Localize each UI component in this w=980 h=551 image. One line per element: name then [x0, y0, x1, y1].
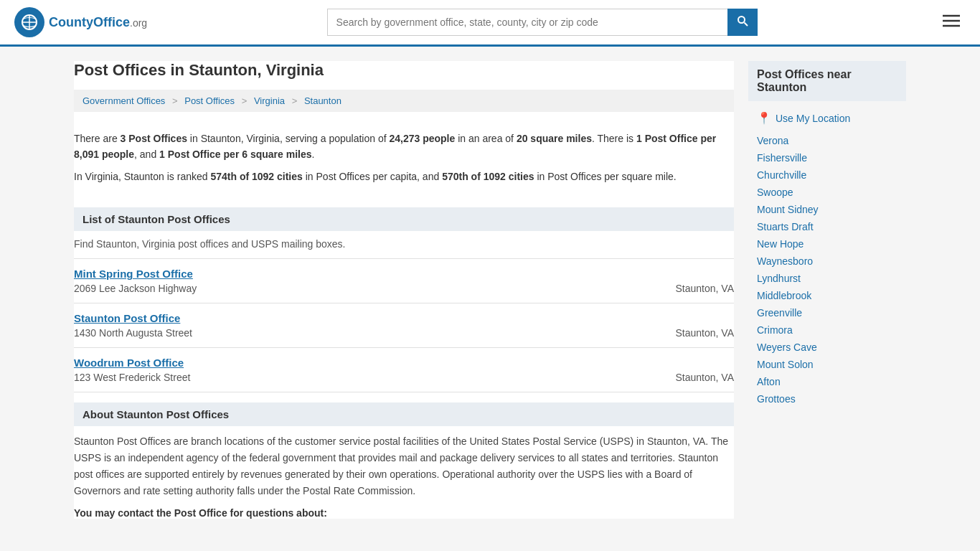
po-address: 2069 Lee Jackson Highway: [74, 283, 197, 294]
list-item: Mint Spring Post Office 2069 Lee Jackson…: [74, 258, 734, 303]
list-item: Crimora: [757, 321, 897, 339]
about-section: About Staunton Post Offices Staunton Pos…: [74, 402, 734, 518]
about-section-header: About Staunton Post Offices: [74, 402, 734, 426]
po-address-row: 123 West Frederick Street Staunton, VA: [74, 372, 734, 383]
sidebar-link-mount-sidney[interactable]: Mount Sidney: [757, 204, 819, 215]
po-name: Staunton Post Office: [74, 312, 734, 324]
main-container: Post Offices in Staunton, Virginia Gover…: [60, 47, 920, 533]
po-address-row: 2069 Lee Jackson Highway Staunton, VA: [74, 283, 734, 294]
breadcrumb-link-va[interactable]: Virginia: [254, 95, 285, 106]
sidebar-link-afton[interactable]: Afton: [757, 376, 781, 387]
list-item: Staunton Post Office 1430 North Augusta …: [74, 303, 734, 347]
search-button[interactable]: [727, 9, 758, 36]
page-title: Post Offices in Staunton, Virginia: [74, 61, 734, 80]
sidebar-link-weyers-cave[interactable]: Weyers Cave: [757, 342, 817, 353]
po-address: 123 West Frederick Street: [74, 372, 190, 383]
breadcrumb-sep-2: >: [242, 95, 248, 106]
list-item: Mount Solon: [757, 356, 897, 373]
header-right: [937, 10, 966, 34]
list-item: Stuarts Draft: [757, 218, 897, 235]
list-item: Lyndhurst: [757, 270, 897, 287]
sidebar-link-waynesboro[interactable]: Waynesboro: [757, 255, 813, 267]
po-address-row: 1430 North Augusta Street Staunton, VA: [74, 327, 734, 339]
sidebar-link-new-hope[interactable]: New Hope: [757, 238, 804, 250]
po-city: Staunton, VA: [676, 372, 734, 383]
po-link[interactable]: Woodrum Post Office: [74, 357, 184, 369]
list-section-description: Find Staunton, Virginia post offices and…: [74, 238, 734, 250]
menu-button[interactable]: [937, 10, 966, 34]
po-name: Mint Spring Post Office: [74, 268, 734, 280]
list-item: New Hope: [757, 235, 897, 253]
sidebar-link-middlebrook[interactable]: Middlebrook: [757, 290, 811, 301]
use-location-label: Use My Location: [776, 113, 850, 124]
list-item: Woodrum Post Office 123 West Frederick S…: [74, 347, 734, 392]
sidebar-link-grottoes[interactable]: Grottoes: [757, 393, 796, 405]
logo-area: CountyOffice.org: [14, 7, 147, 37]
list-item: Greenville: [757, 304, 897, 321]
search-input[interactable]: [327, 9, 727, 36]
logo-text: CountyOffice.org: [49, 15, 147, 30]
breadcrumb-link-po[interactable]: Post Offices: [184, 95, 235, 106]
list-item: Mount Sidney: [757, 201, 897, 218]
po-link[interactable]: Staunton Post Office: [74, 312, 180, 324]
sidebar-link-greenville[interactable]: Greenville: [757, 307, 802, 319]
list-item: Fishersville: [757, 149, 897, 166]
po-city: Staunton, VA: [676, 327, 734, 339]
use-my-location-button[interactable]: 📍 Use My Location: [748, 107, 906, 132]
about-text: Staunton Post Offices are branch locatio…: [74, 433, 734, 499]
sidebar-link-swoope[interactable]: Swoope: [757, 187, 793, 198]
list-item: Churchville: [757, 166, 897, 184]
list-item: Swoope: [757, 184, 897, 201]
svg-point-4: [738, 17, 745, 23]
location-pin-icon: 📍: [757, 111, 771, 125]
content: Post Offices in Staunton, Virginia Gover…: [74, 61, 734, 519]
svg-line-5: [744, 23, 748, 27]
breadcrumb-link-staunton[interactable]: Staunton: [304, 95, 341, 106]
logo-icon: [14, 7, 44, 37]
breadcrumb-sep-3: >: [292, 95, 298, 106]
breadcrumb-sep-1: >: [172, 95, 178, 106]
sidebar-link-stuarts-draft[interactable]: Stuarts Draft: [757, 221, 814, 232]
po-address: 1430 North Augusta Street: [74, 327, 192, 339]
list-item: Weyers Cave: [757, 339, 897, 356]
info-section: There are 3 Post Offices in Staunton, Vi…: [74, 123, 734, 197]
sidebar-link-churchville[interactable]: Churchville: [757, 169, 806, 181]
info-paragraph-2: In Virginia, Staunton is ranked 574th of…: [74, 169, 734, 184]
sidebar-link-verona[interactable]: Verona: [757, 135, 788, 146]
sidebar-link-crimora[interactable]: Crimora: [757, 324, 793, 336]
sidebar-link-lyndhurst[interactable]: Lyndhurst: [757, 273, 801, 284]
header: CountyOffice.org: [0, 0, 980, 47]
sidebar: Post Offices near Staunton 📍 Use My Loca…: [748, 61, 906, 519]
list-item: Afton: [757, 373, 897, 390]
sidebar-link-mount-solon[interactable]: Mount Solon: [757, 359, 814, 370]
list-item: Grottoes: [757, 390, 897, 408]
po-city: Staunton, VA: [676, 283, 734, 294]
search-area: [327, 9, 758, 36]
list-item: Middlebrook: [757, 287, 897, 304]
sidebar-title: Post Offices near Staunton: [748, 61, 906, 101]
list-section-header: List of Staunton Post Offices: [74, 207, 734, 231]
breadcrumb: Government Offices > Post Offices > Virg…: [74, 90, 734, 112]
breadcrumb-link-gov[interactable]: Government Offices: [83, 95, 165, 106]
list-item: Verona: [757, 132, 897, 149]
nearby-list: Verona Fishersville Churchville Swoope M…: [748, 132, 906, 408]
po-list: Mint Spring Post Office 2069 Lee Jackson…: [74, 258, 734, 392]
contact-heading: You may contact the Post Office for ques…: [74, 507, 734, 519]
info-paragraph-1: There are 3 Post Offices in Staunton, Vi…: [74, 131, 734, 163]
list-item: Waynesboro: [757, 253, 897, 270]
po-link[interactable]: Mint Spring Post Office: [74, 268, 193, 280]
po-name: Woodrum Post Office: [74, 357, 734, 369]
sidebar-link-fishersville[interactable]: Fishersville: [757, 152, 807, 164]
